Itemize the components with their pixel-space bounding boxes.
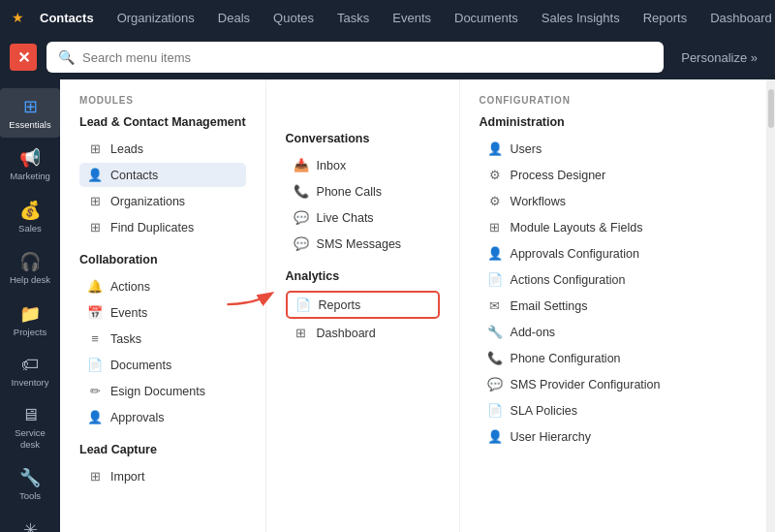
reports-icon: 📄: [295, 297, 311, 312]
menu-item-phone-config[interactable]: 📞 Phone Configuration: [480, 346, 747, 370]
close-menu-button[interactable]: ✕: [10, 44, 37, 71]
conversations-group-title: Conversations: [286, 132, 440, 145]
addons-label: Add-ons: [511, 326, 556, 339]
menu-item-events[interactable]: 📅 Events: [79, 300, 246, 325]
users-label: Users: [511, 142, 542, 156]
menu-item-leads[interactable]: ⊞ Leads: [79, 137, 246, 161]
nav-tasks[interactable]: Tasks: [327, 7, 379, 29]
menu-item-import[interactable]: ⊞ Import: [79, 464, 246, 488]
sms-provider-config-icon: 💬: [487, 377, 503, 391]
inbox-icon: 📥: [294, 158, 309, 172]
sidebar-label-helpdesk: Help desk: [10, 274, 50, 285]
menu-item-sla-policies[interactable]: 📄 SLA Policies: [480, 398, 747, 422]
phone-config-icon: 📞: [487, 351, 503, 365]
sidebar-item-marketing[interactable]: 📢 Marketing: [0, 140, 60, 189]
sidebar-item-tools[interactable]: 🔧 Tools: [0, 459, 60, 509]
nav-reports[interactable]: Reports: [634, 7, 698, 29]
menu-item-addons[interactable]: 🔧 Add-ons: [480, 320, 747, 344]
menu-item-module-layouts[interactable]: ⊞ Module Layouts & Fields: [480, 215, 747, 239]
workflows-label: Workflows: [511, 195, 566, 208]
dropdown-content: MODULES Lead & Contact Management ⊞ Lead…: [60, 79, 775, 532]
nav-contacts[interactable]: Contacts: [30, 7, 104, 29]
sms-messages-label: SMS Messages: [317, 237, 402, 251]
import-label: Import: [110, 470, 144, 484]
menu-item-approvals[interactable]: 👤 Approvals: [79, 405, 246, 429]
scrollbar[interactable]: [767, 79, 775, 532]
nav-events[interactable]: Events: [383, 7, 441, 29]
sms-provider-config-label: SMS Provider Configuration: [511, 378, 661, 391]
analytics-group-title: Analytics: [286, 269, 440, 283]
menu-item-phone-calls[interactable]: 📞 Phone Calls: [286, 179, 440, 203]
sidebar-item-essentials[interactable]: ⊞ Essentials: [0, 88, 60, 138]
sidebar-item-platform[interactable]: ✳ Platform: [0, 512, 60, 532]
lead-capture-group-title: Lead Capture: [79, 443, 246, 456]
menu-item-process-designer[interactable]: ⚙ Process Designer: [480, 163, 747, 187]
actions-config-icon: 📄: [487, 272, 503, 287]
esign-label: Esign Documents: [110, 385, 205, 398]
marketing-icon: 📢: [19, 147, 41, 169]
menu-item-dashboard[interactable]: ⊞ Dashboard: [286, 321, 440, 345]
search-wrapper: 🔍: [46, 42, 664, 73]
menu-item-sms-messages[interactable]: 💬 SMS Messages: [286, 232, 440, 256]
nav-deals[interactable]: Deals: [208, 7, 260, 29]
sidebar-item-helpdesk[interactable]: 🎧 Help desk: [0, 243, 60, 293]
star-icon: ★: [12, 10, 24, 25]
sla-policies-icon: 📄: [487, 403, 503, 418]
scrollbar-thumb[interactable]: [768, 89, 774, 128]
live-chats-icon: 💬: [294, 210, 309, 225]
menu-item-actions-config[interactable]: 📄 Actions Configuration: [480, 267, 747, 292]
sidebar-item-inventory[interactable]: 🏷 Inventory: [0, 347, 60, 395]
menu-item-inbox[interactable]: 📥 Inbox: [286, 153, 440, 177]
essentials-icon: ⊞: [23, 96, 38, 117]
process-designer-label: Process Designer: [511, 169, 606, 182]
menu-item-contacts[interactable]: 👤 Contacts: [79, 163, 246, 187]
documents-icon: 📄: [87, 358, 103, 372]
menu-item-reports[interactable]: 📄 Reports: [286, 291, 440, 319]
workflows-icon: ⚙: [487, 194, 503, 208]
helpdesk-icon: 🎧: [19, 251, 41, 272]
addons-icon: 🔧: [487, 325, 503, 339]
menu-item-find-duplicates[interactable]: ⊞ Find Duplicates: [79, 215, 246, 239]
search-input[interactable]: [82, 50, 652, 65]
servicedesk-icon: 🖥: [21, 405, 39, 425]
menu-item-organizations[interactable]: ⊞ Organizations: [79, 189, 246, 213]
sidebar-item-projects[interactable]: 📁 Projects: [0, 296, 60, 345]
search-bar-row: ✕ 🔍 Personalize »: [0, 35, 775, 79]
menu-item-esign-documents[interactable]: ✏ Esign Documents: [79, 379, 246, 403]
administration-group-title: Administration: [480, 115, 747, 129]
menu-item-user-hierarchy[interactable]: 👤 User Hierarchy: [480, 424, 747, 449]
leads-label: Leads: [110, 142, 143, 156]
personalize-button[interactable]: Personalize »: [673, 47, 765, 69]
nav-organizations[interactable]: Organizations: [108, 7, 204, 29]
esign-icon: ✏: [87, 384, 103, 398]
events-icon: 📅: [87, 305, 103, 320]
analytics-items: 📄 Reports: [286, 291, 440, 321]
nav-quotes[interactable]: Quotes: [264, 7, 324, 29]
module-layouts-label: Module Layouts & Fields: [511, 221, 643, 235]
menu-item-live-chats[interactable]: 💬 Live Chats: [286, 205, 440, 230]
phone-calls-icon: 📞: [294, 184, 309, 199]
actions-config-label: Actions Configuration: [511, 273, 626, 287]
collaboration-group-title: Collaboration: [79, 253, 246, 266]
user-hierarchy-label: User Hierarchy: [511, 430, 591, 444]
nav-dashboard[interactable]: Dashboard: [700, 7, 775, 29]
close-icon: ✕: [17, 48, 30, 67]
users-icon: 👤: [487, 141, 503, 156]
menu-item-email-settings[interactable]: ✉ Email Settings: [480, 294, 747, 318]
menu-item-tasks[interactable]: ≡ Tasks: [79, 327, 246, 351]
menu-item-documents[interactable]: 📄 Documents: [79, 353, 246, 377]
organizations-label: Organizations: [110, 195, 185, 208]
menu-item-sms-provider-config[interactable]: 💬 SMS Provider Configuration: [480, 372, 747, 396]
inventory-icon: 🏷: [21, 355, 39, 375]
menu-item-workflows[interactable]: ⚙ Workflows: [480, 189, 747, 213]
menu-item-users[interactable]: 👤 Users: [480, 137, 747, 161]
menu-item-actions[interactable]: 🔔 Actions: [79, 274, 246, 298]
approvals-icon: 👤: [87, 410, 103, 424]
email-settings-label: Email Settings: [511, 299, 588, 313]
sidebar-item-sales[interactable]: 💰 Sales: [0, 192, 60, 241]
sidebar-item-servicedesk[interactable]: 🖥 Service desk: [0, 397, 60, 457]
nav-sales-insights[interactable]: Sales Insights: [532, 7, 630, 29]
nav-documents[interactable]: Documents: [445, 7, 528, 29]
menu-item-approvals-config[interactable]: 👤 Approvals Configuration: [480, 241, 747, 266]
sla-policies-label: SLA Policies: [511, 404, 577, 418]
